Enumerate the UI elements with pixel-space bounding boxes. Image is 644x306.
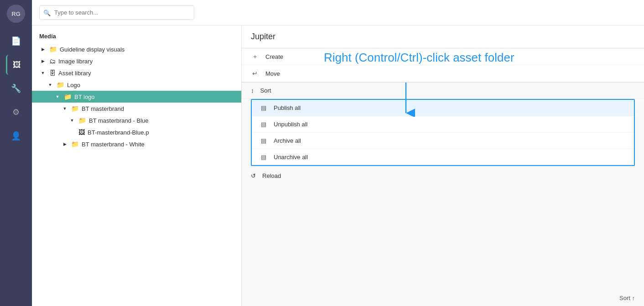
content-row: Media ▶ 📁 Guideline display visuals ▶ 🗂 … xyxy=(32,26,644,306)
reload-label: Reload xyxy=(262,172,281,179)
unarchive-icon: ▤ xyxy=(259,154,268,161)
context-item-publish-all[interactable]: ▤ Publish all xyxy=(252,100,634,116)
unpublish-icon: ▤ xyxy=(259,121,268,128)
chevron-icon: ▶ xyxy=(61,140,68,148)
chevron-icon: ▼ xyxy=(54,93,61,100)
nav-icon-document[interactable]: 📄 xyxy=(6,31,26,51)
context-item-label: Archive all xyxy=(274,137,301,144)
folder-icon: 📁 xyxy=(49,46,57,53)
tree-item-label: BT logo xyxy=(74,93,238,100)
tree-item-guideline[interactable]: ▶ 📁 Guideline display visuals xyxy=(32,43,241,55)
nav-icon-gear[interactable]: ⚙ xyxy=(6,102,26,122)
right-panel: Jupiter Right (Control/Ctrl)-click asset… xyxy=(242,26,644,306)
search-input[interactable] xyxy=(39,5,194,20)
plus-icon: + xyxy=(251,53,259,60)
right-panel-header: Jupiter xyxy=(242,26,644,48)
tree-item-label: BT masterbrand xyxy=(82,105,238,112)
tree-item-label: BT masterbrand - Blue xyxy=(89,117,238,124)
context-item-unpublish-all[interactable]: ▤ Unpublish all xyxy=(252,116,634,133)
folder-icon: 📁 xyxy=(71,105,79,112)
menu-item-move[interactable]: ↵ Move xyxy=(242,65,644,82)
search-bar: 🔍 xyxy=(32,0,644,26)
tree-item-image-library[interactable]: ▶ 🗂 Image library xyxy=(32,55,241,67)
media-section-label: Media xyxy=(32,26,241,43)
avatar: RG xyxy=(7,5,25,23)
tree-item-label: Logo xyxy=(67,82,238,88)
reload-icon: ↺ xyxy=(251,172,256,179)
sort-right-button[interactable]: Sort ↑ xyxy=(619,295,635,301)
tree-item-label: BT masterbrand - White xyxy=(82,141,238,148)
tree-item-bt-logo[interactable]: ▼ 📁 BT logo xyxy=(32,91,241,103)
tree-item-bt-masterbrand-blue-img[interactable]: 🖼 BT-masterbrand-Blue.p xyxy=(32,126,241,138)
context-item-label: Publish all xyxy=(274,104,301,111)
tree-panel: Media ▶ 📁 Guideline display visuals ▶ 🗂 … xyxy=(32,26,242,306)
tree-item-bt-masterbrand[interactable]: ▼ 📁 BT masterbrand xyxy=(32,103,241,114)
chevron-icon: ▼ xyxy=(39,69,47,77)
nav-icon-wrench[interactable]: 🔧 xyxy=(6,78,26,99)
chevron-icon: ▼ xyxy=(61,105,68,112)
image-library-icon: 🗂 xyxy=(49,57,56,65)
chevron-icon: ▼ xyxy=(47,81,54,88)
folder-icon: 📁 xyxy=(78,117,86,124)
search-wrapper: 🔍 xyxy=(39,5,194,20)
context-dropdown: ▤ Publish all ▤ Unpublish all ▤ Archive … xyxy=(251,99,635,166)
folder-icon: 📁 xyxy=(64,93,72,100)
context-item-label: Unpublish all xyxy=(274,121,307,128)
folder-icon: 📁 xyxy=(57,81,64,88)
publish-icon: ▤ xyxy=(259,104,268,111)
context-item-label: Unarchive all xyxy=(274,154,308,161)
menu-list: + Create ↵ Move xyxy=(242,48,644,83)
menu-item-label: Create xyxy=(265,53,283,60)
sort-icon: ↕ xyxy=(251,87,254,94)
context-item-archive-all[interactable]: ▤ Archive all xyxy=(252,133,634,149)
move-icon: ↵ xyxy=(251,70,259,77)
nav-icon-user[interactable]: 👤 xyxy=(6,126,26,146)
search-icon: 🔍 xyxy=(43,9,51,16)
tree-item-bt-masterbrand-white[interactable]: ▶ 📁 BT masterbrand - White xyxy=(32,138,241,150)
chevron-icon: ▶ xyxy=(39,46,47,53)
tree-item-label: Guideline display visuals xyxy=(60,46,238,53)
archive-icon: ▤ xyxy=(259,137,268,144)
menu-item-label: Move xyxy=(265,70,280,77)
sort-item[interactable]: ↕ Sort xyxy=(242,83,644,99)
chevron-icon: ▼ xyxy=(68,117,76,124)
folder-icon: 📁 xyxy=(71,140,79,148)
panel-title: Jupiter xyxy=(251,32,275,41)
tree-item-label: Image library xyxy=(58,58,238,65)
asset-library-icon: 🗄 xyxy=(49,69,56,77)
tree-item-bt-masterbrand-blue[interactable]: ▼ 📁 BT masterbrand - Blue xyxy=(32,114,241,126)
tree-item-label: Asset library xyxy=(58,70,238,77)
sort-label: Sort xyxy=(260,87,271,94)
tree-item-logo[interactable]: ▼ 📁 Logo xyxy=(32,79,241,91)
tree-item-label: BT-masterbrand-Blue.p xyxy=(88,129,238,136)
menu-item-create[interactable]: + Create xyxy=(242,48,644,65)
reload-item[interactable]: ↺ Reload xyxy=(242,168,644,184)
nav-icon-image[interactable]: 🖼 xyxy=(6,55,26,75)
tree-item-asset-library[interactable]: ▼ 🗄 Asset library xyxy=(32,67,241,79)
context-item-unarchive-all[interactable]: ▤ Unarchive all xyxy=(252,149,634,165)
image-icon: 🖼 xyxy=(78,129,85,136)
main-area: 🔍 Media ▶ 📁 Guideline display visuals ▶ … xyxy=(32,0,644,306)
sidebar-nav: RG 📄 🖼 🔧 ⚙ 👤 xyxy=(0,0,32,306)
chevron-icon: ▶ xyxy=(39,57,47,65)
